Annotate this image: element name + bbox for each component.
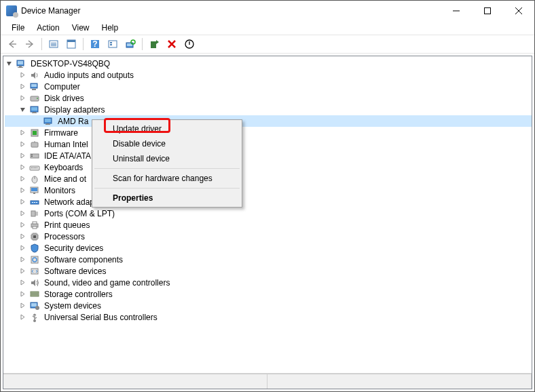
chevron-right-icon[interactable]	[18, 175, 26, 183]
network-icon	[29, 197, 40, 208]
chevron-right-icon[interactable]	[18, 140, 26, 149]
chevron-right-icon[interactable]	[18, 302, 26, 310]
chevron-right-icon[interactable]	[18, 187, 26, 195]
ctx-separator	[94, 188, 240, 189]
svg-rect-20	[18, 67, 23, 68]
tree-item-label: Security devices	[43, 243, 105, 253]
svg-rect-59	[33, 235, 36, 238]
tree-item[interactable]: Firmware	[5, 127, 532, 138]
window-title: Device Manager	[21, 6, 441, 16]
svg-rect-64	[31, 294, 39, 296]
svg-rect-31	[45, 119, 51, 122]
tree-item[interactable]: Sound, video and game controllers	[5, 277, 532, 288]
svg-rect-33	[45, 124, 50, 125]
forward-button[interactable]	[22, 37, 37, 52]
tree-item[interactable]: Computer	[5, 81, 532, 92]
chevron-right-icon[interactable]	[18, 279, 26, 287]
tree-item-label: Sound, video and game controllers	[43, 278, 171, 288]
chevron-down-icon[interactable]	[5, 60, 13, 68]
status-cell	[3, 374, 268, 389]
tree-item-label: Display adapters	[43, 105, 106, 115]
svg-rect-53	[36, 202, 37, 203]
tree-root[interactable]: DESKTOP-VS48QBQ	[5, 58, 532, 69]
ctx-uninstall-device[interactable]: Uninstall device	[94, 151, 240, 166]
chevron-right-icon[interactable]	[18, 71, 26, 79]
chevron-right-icon[interactable]	[18, 221, 26, 229]
scan-hardware-icon[interactable]	[123, 37, 138, 52]
minimize-button[interactable]	[441, 1, 472, 21]
ctx-disable-device[interactable]: Disable device	[94, 136, 240, 151]
chevron-right-icon[interactable]	[18, 83, 26, 91]
svg-rect-44	[35, 168, 36, 168]
tree-child-item[interactable]: AMD Ra	[5, 115, 532, 127]
chevron-right-icon[interactable]	[18, 233, 26, 241]
svg-rect-32	[46, 123, 50, 124]
chevron-right-icon[interactable]	[18, 163, 26, 172]
chevron-right-icon[interactable]	[18, 94, 26, 102]
chevron-right-icon[interactable]	[18, 198, 26, 206]
ctx-properties[interactable]: Properties	[94, 191, 240, 205]
chevron-right-icon[interactable]	[18, 244, 26, 252]
spacer	[32, 117, 40, 125]
svg-rect-45	[37, 168, 37, 168]
menu-help[interactable]: Help	[96, 22, 124, 34]
tree-item[interactable]: Audio inputs and outputs	[5, 69, 532, 81]
properties-icon[interactable]	[64, 37, 79, 52]
svg-rect-43	[34, 168, 35, 168]
tree-item-label: Firmware	[43, 128, 79, 138]
chevron-down-icon[interactable]	[18, 106, 26, 114]
chevron-right-icon[interactable]	[18, 256, 26, 264]
svg-rect-10	[110, 42, 112, 43]
help-icon[interactable]: ?	[88, 37, 103, 52]
tree-item[interactable]: Disk drives	[5, 92, 532, 104]
content-area: DESKTOP-VS48QBQAudio inputs and outputsC…	[3, 56, 532, 389]
tree-item[interactable]: Storage controllers	[5, 288, 532, 300]
chevron-right-icon[interactable]	[18, 313, 26, 321]
show-hidden-icon[interactable]	[46, 37, 61, 52]
ports-icon	[29, 208, 40, 219]
chevron-right-icon[interactable]	[18, 129, 26, 137]
menu-view[interactable]: View	[67, 22, 95, 34]
tree-item[interactable]: Monitors	[5, 184, 532, 196]
svg-rect-36	[31, 142, 38, 147]
menu-action[interactable]: Action	[31, 22, 64, 34]
tree-item[interactable]: Mice and ot	[5, 173, 532, 184]
tree-item[interactable]: Ports (COM & LPT)	[5, 208, 532, 219]
svg-rect-3	[51, 44, 56, 45]
chevron-right-icon[interactable]	[18, 210, 26, 218]
ctx-update-driver[interactable]: Update driver	[94, 121, 240, 136]
disable-device-icon[interactable]	[182, 37, 197, 52]
svg-rect-19	[19, 66, 22, 67]
tree-item[interactable]: System devices	[5, 300, 532, 311]
back-button[interactable]	[5, 37, 20, 52]
tree-item[interactable]: Software components	[5, 254, 532, 265]
tree-item[interactable]: Software devices	[5, 265, 532, 277]
chevron-right-icon[interactable]	[18, 267, 26, 275]
tree-item[interactable]: Security devices	[5, 242, 532, 254]
ctx-scan-hardware[interactable]: Scan for hardware changes	[94, 171, 240, 186]
uninstall-device-icon[interactable]	[164, 37, 179, 52]
menu-bar: File Action View Help	[1, 21, 534, 35]
update-driver-icon[interactable]	[147, 37, 162, 52]
computer-icon	[16, 58, 26, 69]
tree-item[interactable]: IDE ATA/ATA	[5, 150, 532, 161]
tree-item[interactable]: Universal Serial Bus controllers	[5, 311, 532, 323]
tree-item[interactable]: Print queues	[5, 219, 532, 231]
disk-icon	[29, 93, 40, 104]
tree-item[interactable]: Keyboards	[5, 161, 532, 173]
tree-item-label: Ports (COM & LPT)	[43, 209, 116, 218]
chevron-right-icon[interactable]	[18, 152, 26, 160]
view-toggle-icon[interactable]	[105, 37, 120, 52]
tree-item[interactable]: Network adapters	[5, 196, 532, 208]
maximize-button[interactable]	[472, 1, 503, 21]
close-button[interactable]	[503, 1, 534, 21]
tree-item[interactable]: Processors	[5, 231, 532, 242]
device-tree[interactable]: DESKTOP-VS48QBQAudio inputs and outputsC…	[3, 56, 532, 374]
svg-rect-6	[67, 40, 75, 42]
tree-item[interactable]: Human Intel	[5, 138, 532, 150]
status-cell	[268, 374, 532, 389]
chevron-right-icon[interactable]	[18, 290, 26, 298]
menu-file[interactable]: File	[6, 22, 30, 34]
svg-rect-23	[32, 89, 36, 90]
tree-item[interactable]: Display adapters	[5, 104, 532, 115]
